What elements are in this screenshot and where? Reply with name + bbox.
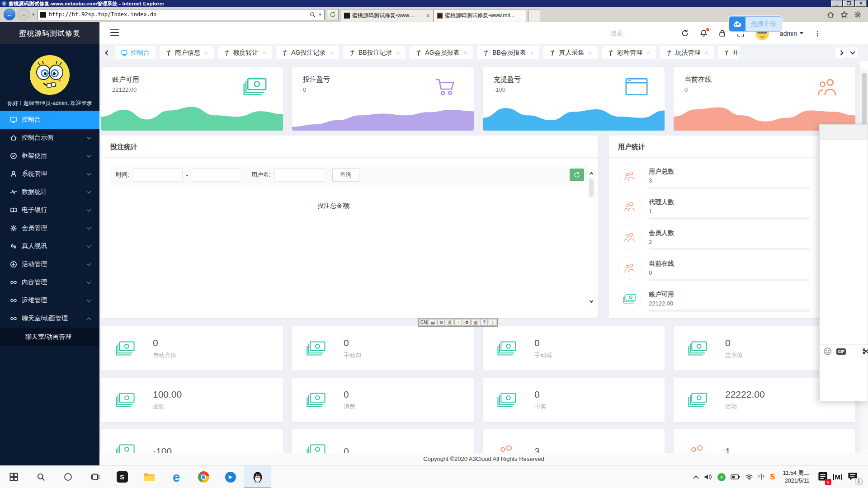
chrome-icon[interactable]: [190, 466, 217, 488]
panel-scrollbar[interactable]: [588, 169, 595, 305]
tab-close-icon[interactable]: ×: [330, 49, 333, 56]
address-bar[interactable]: http://ht.92sp.top/Index.index.do ▼: [38, 9, 325, 20]
app-tab-商户信息[interactable]: 商户信息 ×: [160, 46, 214, 59]
tabs-menu-button[interactable]: [847, 47, 858, 58]
refresh-icon[interactable]: [681, 29, 689, 37]
scroll-thumb[interactable]: [589, 178, 594, 197]
app-tab-玩法管理[interactable]: 玩法管理 ×: [660, 46, 714, 59]
ime-button-1[interactable]: ▤: [429, 319, 436, 326]
volume-icon[interactable]: [704, 474, 712, 480]
message-center-icon[interactable]: 6: [817, 471, 828, 483]
cortana-button[interactable]: [54, 466, 81, 488]
tabs-scroll-left-icon[interactable]: [105, 50, 110, 55]
lock-icon[interactable]: [718, 29, 726, 37]
ime-button-7[interactable]: ?: [480, 319, 488, 326]
hamburger-icon[interactable]: [110, 29, 119, 37]
sidebar-item-控制台[interactable]: 控制台: [0, 111, 99, 129]
query-button[interactable]: 查询: [332, 168, 359, 182]
app-tab-彩种管理[interactable]: 彩种管理 ×: [602, 46, 656, 59]
sidebar-subitem[interactable]: 聊天室/动画管理: [0, 328, 99, 346]
qq-app-icon[interactable]: [244, 466, 271, 488]
tab-close-icon[interactable]: ✕: [426, 13, 430, 19]
tab-close-icon[interactable]: ×: [588, 49, 592, 56]
clock[interactable]: 11:54 周二 2021/5/11: [783, 469, 810, 484]
time-from-input[interactable]: [133, 168, 183, 182]
page-scroll-thumb[interactable]: [862, 73, 867, 127]
app-tab-真人采集[interactable]: 真人采集 ×: [543, 46, 598, 59]
app-tab-开[interactable]: 开: [718, 46, 739, 59]
time-to-input[interactable]: [192, 168, 241, 182]
taskbar-search-button[interactable]: [27, 466, 54, 488]
smiley-icon[interactable]: [823, 347, 832, 356]
search-input[interactable]: [611, 30, 670, 37]
url-text[interactable]: http://ht.92sp.top/Index.index.do: [49, 11, 307, 18]
settings-gear-icon[interactable]: [854, 11, 862, 19]
scroll-up-icon[interactable]: [588, 169, 594, 177]
app-tab-控制台[interactable]: 控制台: [115, 46, 156, 59]
admin-menu[interactable]: admin: [780, 30, 803, 37]
refresh-green-button[interactable]: [570, 169, 584, 181]
browser-tab[interactable]: 蜜桃源码测试修复-www.mit...: [434, 9, 526, 22]
nav-dropdown-icon[interactable]: ▼: [32, 13, 35, 17]
minimize-button[interactable]: _: [831, 0, 842, 7]
battery-icon[interactable]: [731, 474, 740, 480]
sidebar-item-数据统计[interactable]: 数据统计: [0, 183, 99, 201]
sogou-tray-icon[interactable]: S: [770, 473, 775, 482]
sidebar-item-内容管理[interactable]: 内容管理: [0, 273, 99, 291]
ime-button-8[interactable]: ⋮: [489, 319, 496, 326]
favorites-star-icon[interactable]: [840, 11, 848, 19]
app-tab-AG会员报表[interactable]: AG会员报表 ×: [410, 46, 473, 59]
wifi-icon[interactable]: [745, 474, 753, 480]
sidebar-item-会员管理[interactable]: 会员管理: [0, 219, 99, 237]
sidebar-item-聊天室/动画管理[interactable]: 聊天室/动画管理: [0, 310, 99, 328]
tab-close-icon[interactable]: ×: [396, 49, 400, 56]
tab-close-icon[interactable]: ×: [530, 49, 534, 56]
tab-close-icon[interactable]: ×: [464, 49, 467, 56]
notifications-bell-icon[interactable]: [700, 29, 708, 37]
m-logo-tray-icon[interactable]: M: [833, 474, 843, 480]
new-tab-stub[interactable]: [528, 9, 540, 22]
sidebar-item-控制台示例[interactable]: 控制台示例: [0, 129, 99, 147]
sidebar-item-真人视讯[interactable]: 真人视讯: [0, 237, 99, 255]
ime-button-3[interactable]: 英: [446, 319, 453, 326]
ime-button-6[interactable]: ▥: [472, 319, 479, 326]
ime-button-5[interactable]: ⚙: [463, 319, 471, 326]
back-button[interactable]: ←: [4, 9, 15, 20]
media-player-icon[interactable]: ▶: [217, 466, 244, 488]
scissors-icon[interactable]: [862, 347, 868, 355]
tab-close-icon[interactable]: ×: [263, 49, 266, 56]
tab-close-icon[interactable]: ×: [705, 49, 708, 56]
app-tab-BB投注记录[interactable]: BB投注记录 ×: [343, 46, 406, 59]
tabs-scroll-right-button[interactable]: [835, 47, 846, 58]
page-scroll-up-icon[interactable]: [860, 61, 868, 69]
more-menu-icon[interactable]: ⋮: [814, 29, 821, 38]
task-view-button[interactable]: [81, 466, 108, 488]
sogou-app-icon[interactable]: S: [108, 466, 136, 488]
sidebar-item-活动管理[interactable]: 活动管理: [0, 255, 99, 273]
start-button[interactable]: [0, 466, 27, 488]
browser-tab[interactable]: 蜜桃源码测试修复-www.... ✕: [341, 9, 434, 22]
tab-close-icon[interactable]: ×: [204, 49, 208, 56]
antivirus-tray-icon[interactable]: +: [717, 473, 726, 481]
ime-button-4[interactable]: ·: [454, 319, 462, 326]
forward-button[interactable]: →: [18, 9, 29, 20]
username-input[interactable]: [274, 168, 324, 182]
tray-expand-icon[interactable]: [693, 475, 699, 479]
sidebar-item-系统管理[interactable]: 系统管理: [0, 165, 99, 183]
search-icon[interactable]: [310, 12, 316, 18]
drag-upload-widget[interactable]: 拖拽上传: [729, 16, 782, 32]
ime-button-0[interactable]: CN: [420, 319, 428, 326]
home-icon[interactable]: [827, 11, 835, 19]
sidebar-item-框架使用[interactable]: 框架使用: [0, 147, 99, 165]
file-explorer-icon[interactable]: [136, 466, 163, 488]
app-tab-额度转让[interactable]: 额度转让 ×: [218, 46, 272, 59]
gif-icon[interactable]: GIF: [836, 348, 846, 355]
sidebar-item-运维管理[interactable]: 运维管理: [0, 291, 99, 310]
restore-button[interactable]: ❐: [843, 0, 854, 7]
action-center-icon[interactable]: 1: [847, 471, 858, 483]
ime-button-2[interactable]: ⊘: [437, 319, 445, 326]
ime-lang-indicator[interactable]: 中: [758, 473, 765, 481]
address-dropdown-icon[interactable]: ▼: [318, 13, 322, 17]
sidebar-item-电子银行[interactable]: 电子银行: [0, 201, 99, 219]
tab-close-icon[interactable]: ×: [646, 49, 650, 56]
